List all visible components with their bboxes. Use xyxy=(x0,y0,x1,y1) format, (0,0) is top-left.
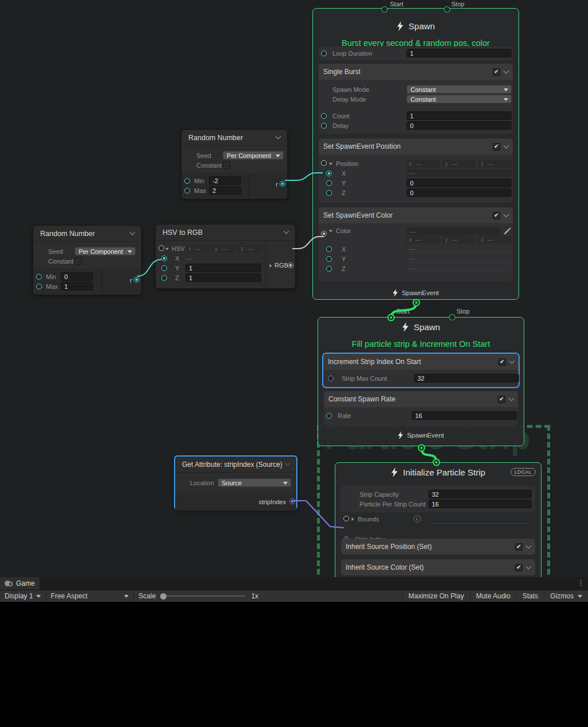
position-y-port[interactable] xyxy=(326,180,332,186)
bounds-port[interactable] xyxy=(343,516,349,521)
block-enabled-checkbox[interactable]: ✔ xyxy=(493,212,500,219)
r-output-port[interactable] xyxy=(280,181,285,187)
hsv-port[interactable] xyxy=(158,245,164,251)
hsv-z-port[interactable] xyxy=(161,275,167,281)
color-z-port[interactable] xyxy=(326,266,332,272)
block-enabled-checkbox[interactable]: ✔ xyxy=(515,564,523,571)
get-attribute-node[interactable]: Get Attribute: stripIndex (Source) Locat… xyxy=(174,455,297,510)
spawn-burst-context[interactable]: Spawn Burst every second & random pos, c… xyxy=(312,8,519,300)
particle-per-strip-count-field[interactable]: 16 xyxy=(428,500,532,508)
position-x-port[interactable] xyxy=(326,171,332,176)
min-port[interactable] xyxy=(36,274,42,280)
delay-mode-dropdown[interactable]: Constant xyxy=(407,95,512,103)
scale-slider[interactable] xyxy=(161,595,245,597)
strip-capacity-field[interactable]: 32 xyxy=(428,490,532,498)
chevron-down-icon[interactable] xyxy=(285,461,291,466)
tab-game[interactable]: Game xyxy=(0,577,40,590)
chevron-down-icon[interactable] xyxy=(526,563,532,569)
position-z-field[interactable]: 0 xyxy=(407,188,512,197)
aspect-ratio-dropdown[interactable]: Free Aspect xyxy=(46,590,133,602)
block-enabled-checkbox[interactable]: ✔ xyxy=(493,143,500,150)
rgb-output-port[interactable] xyxy=(288,262,293,268)
chevron-down-icon[interactable] xyxy=(130,230,136,235)
set-spawnevent-position-block[interactable]: Set SpawnEvent Position ✔ Position x— y—… xyxy=(319,138,513,203)
local-space-icon[interactable]: L xyxy=(413,515,421,523)
position-port[interactable] xyxy=(321,160,327,166)
single-burst-block[interactable]: Single Burst ✔ Spawn Mode Constant Delay… xyxy=(319,64,513,134)
location-dropdown[interactable]: Source xyxy=(218,478,291,487)
expander-down-icon[interactable] xyxy=(165,248,169,250)
chevron-down-icon[interactable] xyxy=(276,134,281,140)
min-field[interactable]: -2 xyxy=(209,176,241,185)
rate-field[interactable]: 16 xyxy=(412,411,517,420)
seed-dropdown[interactable]: Per Component xyxy=(75,247,136,256)
max-port[interactable] xyxy=(184,188,190,194)
min-port[interactable] xyxy=(184,178,190,184)
block-enabled-checkbox[interactable]: ✔ xyxy=(498,358,506,366)
count-field[interactable]: 1 xyxy=(407,111,512,120)
chevron-down-icon[interactable] xyxy=(509,358,515,363)
block-enabled-checkbox[interactable]: ✔ xyxy=(498,396,505,403)
strip-max-count-port[interactable] xyxy=(328,376,334,381)
max-field[interactable]: 1 xyxy=(61,282,93,291)
color-swatch-field[interactable]: — xyxy=(407,227,501,235)
more-options-icon[interactable]: ⋮ xyxy=(577,578,585,587)
inherit-source-position-block[interactable]: Inherit Source Position (Set) ✔ xyxy=(341,539,535,555)
chevron-down-icon[interactable] xyxy=(504,211,509,217)
constant-spawn-rate-block[interactable]: Constant Spawn Rate ✔ Rate 16 xyxy=(324,391,518,426)
count-port[interactable] xyxy=(321,113,327,119)
max-field[interactable]: 2 xyxy=(209,186,241,195)
set-spawnevent-color-block[interactable]: Set SpawnEvent Color ✔ Color — x— y— xyxy=(319,207,513,281)
initialize-particle-strip-context[interactable]: Initialize Particle Strip LOCAL Strip Ca… xyxy=(335,462,541,586)
delay-port[interactable] xyxy=(321,123,327,129)
position-z-port[interactable] xyxy=(326,190,332,196)
eyedropper-icon[interactable] xyxy=(504,227,512,235)
expander-down-icon[interactable] xyxy=(329,163,332,165)
loop-duration-port[interactable] xyxy=(321,51,327,56)
chevron-down-icon[interactable] xyxy=(526,543,532,548)
seed-dropdown[interactable]: Per Component xyxy=(223,151,284,160)
chevron-down-icon[interactable] xyxy=(504,68,509,74)
hsv-y-field[interactable]: 1 xyxy=(185,264,261,272)
rate-port[interactable] xyxy=(326,413,332,419)
strip-max-count-field[interactable]: 32 xyxy=(414,374,519,382)
mute-audio-button[interactable]: Mute Audio xyxy=(470,590,516,602)
hsv-to-rgb-node[interactable]: HSV to RGB HSV x— y— z— X — xyxy=(155,224,296,289)
hsv-x-port[interactable] xyxy=(161,256,167,261)
hsv-y-port[interactable] xyxy=(161,265,167,271)
stripindex-output-port[interactable] xyxy=(289,498,295,504)
random-number-node-left[interactable]: Random Number Seed Per Component Constan… xyxy=(33,225,142,295)
expander-down-icon[interactable] xyxy=(329,230,332,232)
loop-duration-field[interactable]: 1 xyxy=(407,49,512,57)
constant-checkbox[interactable]: ✔ xyxy=(223,161,230,169)
hsv-z-field[interactable]: 1 xyxy=(185,273,261,282)
scale-slider-knob[interactable] xyxy=(160,593,167,600)
delay-field[interactable]: 0 xyxy=(407,121,512,130)
inherit-source-color-block[interactable]: Inherit Source Color (Set) ✔ xyxy=(341,559,535,575)
chevron-down-icon[interactable] xyxy=(284,229,289,234)
position-y-field[interactable]: 0 xyxy=(407,179,512,187)
constant-checkbox[interactable]: ✔ xyxy=(75,257,82,265)
color-y-port[interactable] xyxy=(326,256,332,262)
increment-strip-index-block[interactable]: Increment Strip Index On Start ✔ Strip M… xyxy=(322,353,520,388)
r-output-port[interactable] xyxy=(134,277,140,283)
min-field[interactable]: 0 xyxy=(61,272,93,281)
spawn-burst-start-port[interactable] xyxy=(381,6,388,13)
random-number-node-top[interactable]: Random Number Seed Per Component Constan… xyxy=(181,129,288,199)
spawn-burst-stop-port[interactable] xyxy=(444,6,450,13)
spawn-strip-context[interactable]: Spawn Fill particle strip & Increment On… xyxy=(318,317,524,446)
color-x-port[interactable] xyxy=(326,246,332,252)
expander-right-icon[interactable] xyxy=(270,264,272,268)
gizmos-dropdown[interactable]: Gizmos xyxy=(544,590,588,602)
stats-button[interactable]: Stats xyxy=(516,590,544,602)
expander-right-icon[interactable] xyxy=(352,517,354,521)
spawn-mode-dropdown[interactable]: Constant xyxy=(407,85,512,94)
maximize-on-play-button[interactable]: Maximize On Play xyxy=(402,590,470,602)
block-enabled-checkbox[interactable]: ✔ xyxy=(493,68,500,76)
max-port[interactable] xyxy=(36,284,42,289)
display-dropdown[interactable]: Display 1 xyxy=(0,590,45,602)
chevron-down-icon[interactable] xyxy=(509,395,514,401)
block-enabled-checkbox[interactable]: ✔ xyxy=(515,543,523,551)
chevron-down-icon[interactable] xyxy=(504,142,509,148)
spawn-strip-stop-port[interactable] xyxy=(449,314,455,320)
